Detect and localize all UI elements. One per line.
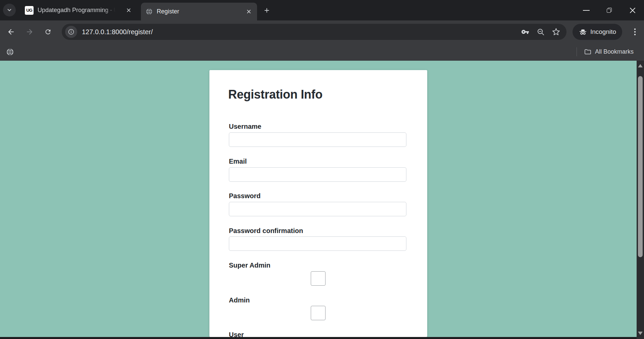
url-text[interactable]: 127.0.0.1:8000/register/ xyxy=(82,28,153,36)
browser-toolbar: 127.0.0.1:8000/register/ Incognit xyxy=(0,20,644,43)
page-title: Registration Info xyxy=(228,88,323,102)
admin-label: Admin xyxy=(229,295,250,305)
new-tab-button[interactable] xyxy=(262,5,272,15)
scroll-down-icon[interactable] xyxy=(638,332,643,335)
incognito-icon xyxy=(579,27,587,36)
page-scrollbar[interactable] xyxy=(637,61,644,339)
super-admin-label: Super Admin xyxy=(229,261,270,270)
close-icon xyxy=(127,8,131,12)
bookmarks-bar: All Bookmarks xyxy=(0,43,644,61)
address-bar[interactable]: 127.0.0.1:8000/register/ xyxy=(62,24,566,40)
window-bottom-edge xyxy=(0,337,637,339)
incognito-label: Incognito xyxy=(590,28,616,36)
folder-icon xyxy=(584,48,592,56)
site-info-button[interactable] xyxy=(65,26,77,38)
chevron-down-icon xyxy=(6,7,12,13)
all-bookmarks-label: All Bookmarks xyxy=(595,48,634,55)
close-tab-button[interactable] xyxy=(125,7,132,14)
password-manager-button[interactable] xyxy=(521,27,530,36)
tab-search-button[interactable] xyxy=(3,4,16,16)
more-vertical-icon xyxy=(634,28,636,36)
bookmarks-divider xyxy=(577,47,577,56)
browser-menu-button[interactable] xyxy=(628,25,642,39)
forward-button[interactable] xyxy=(23,25,36,39)
scrollbar-thumb[interactable] xyxy=(638,76,643,257)
key-icon xyxy=(521,28,529,36)
page-viewport: Registration Info Username Email Passwor… xyxy=(0,61,644,339)
admin-checkbox[interactable] xyxy=(311,306,326,320)
plus-icon xyxy=(263,7,270,14)
super-admin-checkbox[interactable] xyxy=(311,271,326,286)
email-input[interactable] xyxy=(229,167,406,182)
bookmark-item[interactable] xyxy=(5,47,15,57)
back-button[interactable] xyxy=(4,25,18,39)
email-label: Email xyxy=(229,157,247,166)
minimize-icon xyxy=(583,10,590,11)
restore-icon xyxy=(607,8,612,13)
zoom-button[interactable] xyxy=(536,27,545,36)
tab-strip: UG Updategadh Programming - Up Register xyxy=(0,0,644,20)
omnibox-actions xyxy=(521,27,560,36)
reload-icon xyxy=(44,28,52,36)
close-tab-button[interactable] xyxy=(245,8,252,15)
incognito-badge: Incognito xyxy=(573,24,622,40)
password-label: Password xyxy=(229,191,260,201)
password-confirmation-label: Password confirmation xyxy=(229,226,303,235)
password-confirmation-input[interactable] xyxy=(229,236,406,251)
reload-button[interactable] xyxy=(41,25,55,39)
tab-title: Register xyxy=(157,8,179,15)
all-bookmarks-button[interactable]: All Bookmarks xyxy=(584,46,634,57)
zoom-out-icon xyxy=(537,28,545,36)
tab-title: Updategadh Programming - Up xyxy=(38,7,115,14)
username-input[interactable] xyxy=(229,132,406,147)
close-icon xyxy=(247,9,251,14)
globe-icon xyxy=(6,48,14,56)
ug-favicon-icon: UG xyxy=(25,6,34,15)
close-window-button[interactable] xyxy=(621,0,644,20)
tab-updategadh[interactable]: UG Updategadh Programming - Up xyxy=(20,0,137,20)
password-input[interactable] xyxy=(229,202,406,216)
window-controls xyxy=(575,0,644,20)
scroll-up-icon[interactable] xyxy=(638,64,643,67)
restore-button[interactable] xyxy=(598,0,621,20)
tab-register[interactable]: Register xyxy=(141,3,257,20)
back-arrow-icon xyxy=(7,28,15,36)
star-icon xyxy=(552,28,560,36)
forward-arrow-icon xyxy=(26,28,34,36)
globe-icon xyxy=(146,8,153,15)
info-icon xyxy=(68,29,75,35)
minimize-button[interactable] xyxy=(575,0,598,20)
registration-card: Registration Info Username Email Passwor… xyxy=(209,70,427,337)
username-label: Username xyxy=(229,122,261,131)
bookmark-page-button[interactable] xyxy=(552,27,560,36)
close-icon xyxy=(630,7,636,13)
